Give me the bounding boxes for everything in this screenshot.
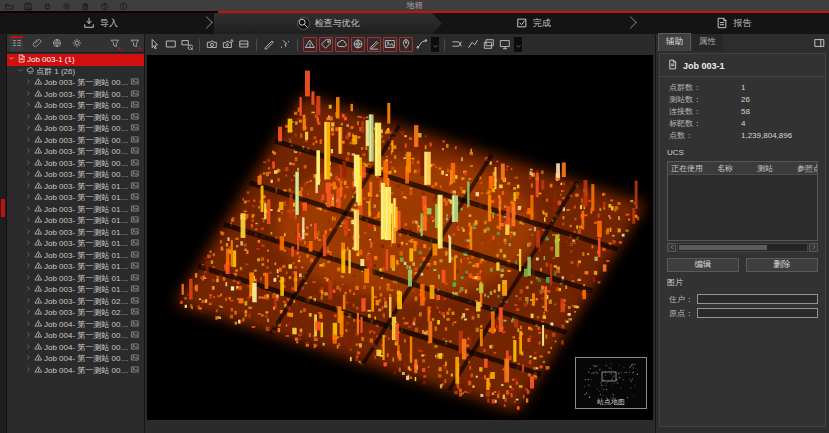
polyline-icon[interactable] xyxy=(466,37,480,52)
tree-row[interactable]: Job 004- 第一测站 002 (6) xyxy=(7,330,144,342)
thumbnail-icon[interactable] xyxy=(129,261,141,272)
thumbnail-icon[interactable] xyxy=(129,77,141,88)
scrollbar-track[interactable] xyxy=(677,243,808,252)
workflow-step-4[interactable]: 报告 xyxy=(638,13,829,34)
tree-row[interactable]: Job 003- 第一测站 014 (4) xyxy=(7,227,144,239)
tree-row[interactable]: Job 003- 第一测站 018 (4) xyxy=(7,273,144,285)
funnel-icon-2[interactable] xyxy=(128,36,141,51)
thumbnail-icon[interactable] xyxy=(129,284,141,295)
scroll-right-button[interactable] xyxy=(809,243,818,252)
scrollbar-thumb[interactable] xyxy=(679,245,767,250)
tree-row[interactable]: Job 003- 第一测站 002 (5) xyxy=(7,89,144,101)
thumbnail-icon[interactable] xyxy=(129,365,141,376)
image-icon[interactable] xyxy=(383,37,397,52)
minimap[interactable]: 站点地图 xyxy=(575,357,647,409)
workflow-step-1[interactable]: 导入 xyxy=(0,13,200,34)
thumbnail-icon[interactable] xyxy=(129,342,141,353)
tag-icon[interactable] xyxy=(319,37,333,52)
station-marker-icon[interactable] xyxy=(303,37,317,52)
thumbnail-icon[interactable] xyxy=(129,192,141,203)
panorama-icon[interactable] xyxy=(237,37,251,52)
swap-icon[interactable] xyxy=(450,37,464,52)
pen-icon[interactable] xyxy=(262,37,276,52)
tab-auxiliary[interactable]: 辅助 xyxy=(658,33,691,51)
thumbnail-icon[interactable] xyxy=(129,273,141,284)
thumbnail-icon[interactable] xyxy=(129,181,141,192)
panel-layout-icon[interactable] xyxy=(811,37,827,51)
pin-icon[interactable] xyxy=(399,37,413,52)
edit-button[interactable]: 编辑 xyxy=(667,258,739,272)
tree-row[interactable]: Job 004- 第一测站 005 (6) xyxy=(7,365,144,377)
tab-properties[interactable]: 属性 xyxy=(692,34,723,51)
thumbnail-icon[interactable] xyxy=(129,158,141,169)
tree-row[interactable]: Job 003- 第一测站 006 (4) xyxy=(7,135,144,147)
collapsed-panel-handle[interactable] xyxy=(1,199,5,217)
monitor-icon[interactable] xyxy=(498,37,512,52)
origin-input[interactable] xyxy=(697,308,818,318)
tree-row[interactable]: Job 003- 第一测站 009 (3) xyxy=(7,169,144,181)
tree-row[interactable]: Job 003- 第一测站 003 (4) xyxy=(7,100,144,112)
help-circle-icon[interactable] xyxy=(100,1,109,10)
plug-icon[interactable] xyxy=(43,1,52,10)
thumbnail-icon[interactable] xyxy=(129,330,141,341)
sphere-icon[interactable] xyxy=(351,37,365,52)
thumbnail-icon[interactable] xyxy=(129,135,141,146)
thumbnail-icon[interactable] xyxy=(129,215,141,226)
tree-row[interactable]: Job 003- 第一测站 016 (4) xyxy=(7,250,144,262)
thumbnail-icon[interactable] xyxy=(129,100,141,111)
tree-row[interactable]: Job 004- 第一测站 001 (3) xyxy=(7,319,144,331)
thumbnail-icon[interactable] xyxy=(129,146,141,157)
tree-row[interactable]: Job 003- 第一测站 005 (7) xyxy=(7,123,144,135)
thumbnail-icon[interactable] xyxy=(129,123,141,134)
trash-icon[interactable] xyxy=(81,1,90,10)
save-icon[interactable] xyxy=(24,1,33,10)
tree-row[interactable]: Job 003- 第一测站 004 (5) xyxy=(7,112,144,124)
thumbnail-icon[interactable] xyxy=(129,353,141,364)
tree-row[interactable]: Job 003- 第一测站 008 (2) xyxy=(7,158,144,170)
thumbnail-icon[interactable] xyxy=(129,296,141,307)
thumbnail-icon[interactable] xyxy=(129,238,141,249)
tree-row[interactable]: Job 003- 第一测站 012 (5) xyxy=(7,204,144,216)
zoom-window-icon[interactable] xyxy=(180,37,194,52)
gear-icon[interactable] xyxy=(62,1,71,10)
tree-row[interactable]: Job 003- 第一测站 011 (2) xyxy=(7,192,144,204)
thumbnail-icon[interactable] xyxy=(129,169,141,180)
paperclip-icon[interactable] xyxy=(30,36,43,51)
thumbnail-icon[interactable] xyxy=(129,307,141,318)
ucs-column-header[interactable]: 参照点 xyxy=(794,163,817,174)
tree-row[interactable]: 点群 1 (26) xyxy=(7,66,144,78)
pointer-icon[interactable] xyxy=(148,37,162,52)
tree-row[interactable]: Job 004- 第一测站 003 (4) xyxy=(7,342,144,354)
gps-path-icon[interactable] xyxy=(415,37,429,52)
open-folder-icon[interactable] xyxy=(5,1,14,10)
cloud-icon[interactable] xyxy=(335,37,349,52)
globe-icon[interactable] xyxy=(50,36,63,51)
workflow-step-2[interactable]: 检查与优化 xyxy=(214,13,442,34)
funnel-icon-1[interactable] xyxy=(108,36,121,51)
gps-path-dropdown[interactable] xyxy=(431,37,439,52)
household-input[interactable] xyxy=(697,294,818,304)
camera-pin-icon[interactable] xyxy=(221,37,235,52)
thumbnail-icon[interactable] xyxy=(129,112,141,123)
monitor-dropdown[interactable] xyxy=(514,37,522,52)
camera-icon[interactable] xyxy=(205,37,219,52)
tree-list-icon[interactable] xyxy=(10,36,23,51)
tree-row[interactable]: Job 003- 第一测站 001 (6) xyxy=(7,77,144,89)
workflow-step-3[interactable]: 完成 xyxy=(442,13,624,34)
ucs-column-header[interactable]: 测站 xyxy=(754,163,794,174)
thumbnail-icon[interactable] xyxy=(129,204,141,215)
rect-select-icon[interactable] xyxy=(164,37,178,52)
tree-row[interactable]: Job 003- 第一测站 020 (5) xyxy=(7,296,144,308)
annotation-pen-icon[interactable] xyxy=(367,37,381,52)
tree-row[interactable]: Job 003- 第一测站 019 (2) xyxy=(7,284,144,296)
image-stack-icon[interactable] xyxy=(482,37,496,52)
tree-row[interactable]: Job 003- 第一测站 015 (4) xyxy=(7,238,144,250)
thumbnail-icon[interactable] xyxy=(129,319,141,330)
tree-row[interactable]: Job 003- 第一测站 017 (3) xyxy=(7,261,144,273)
gear-icon[interactable] xyxy=(70,36,83,51)
tree-row[interactable]: Job 004- 第一测站 004 (7) xyxy=(7,353,144,365)
thumbnail-icon[interactable] xyxy=(129,89,141,100)
tree-row[interactable]: Job 003- 第一测站 021 (9) xyxy=(7,307,144,319)
info-circle-icon[interactable] xyxy=(119,1,128,10)
pick-points-icon[interactable] xyxy=(278,37,292,52)
